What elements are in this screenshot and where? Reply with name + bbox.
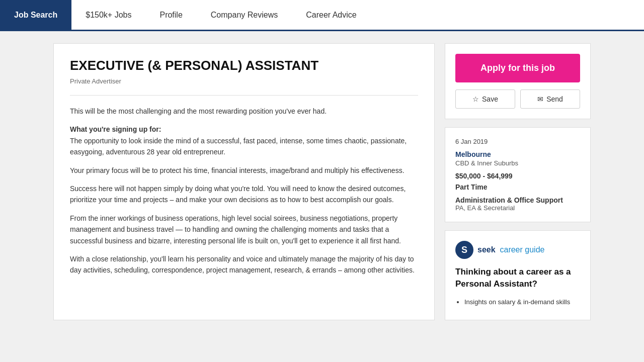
main-nav: Job Search $150k+ Jobs Profile Company R… [0, 0, 644, 31]
job-subcategory: PA, EA & Secretarial [455, 204, 580, 212]
send-button[interactable]: ✉ Send [520, 89, 580, 109]
job-section1: What you're signing up for: The opportun… [70, 124, 418, 157]
job-type: Part Time [455, 183, 580, 191]
star-icon: ☆ [472, 95, 479, 103]
nav-career-advice[interactable]: Career Advice [292, 0, 371, 30]
job-suburb: CBD & Inner Suburbs [455, 159, 580, 167]
apply-button[interactable]: Apply for this job [455, 54, 580, 82]
save-label: Save [482, 95, 498, 103]
job-category: Administration & Office Support [455, 196, 580, 204]
career-bullet-1: Insights on salary & in-demand skills [464, 297, 580, 307]
nav-profile[interactable]: Profile [145, 0, 196, 30]
career-bullets: Insights on salary & in-demand skills [455, 297, 580, 307]
action-row: ☆ Save ✉ Send [455, 89, 580, 109]
apply-card: Apply for this job ☆ Save ✉ Send [445, 43, 591, 119]
job-advertiser: Private Advertiser [70, 77, 418, 85]
save-button[interactable]: ☆ Save [455, 89, 515, 109]
job-body: This will be the most challenging and th… [70, 106, 418, 276]
job-section4: From the inner workings of business oper… [70, 213, 418, 246]
job-divider [70, 95, 418, 96]
job-title: EXECUTIVE (& PERSONAL) ASSISTANT [70, 58, 418, 73]
seek-logo-row: S seek career guide [455, 241, 580, 259]
send-label: Send [546, 95, 563, 103]
job-section3: Success here will not happen simply by d… [70, 183, 418, 206]
job-date: 6 Jan 2019 [455, 138, 580, 145]
nav-job-search[interactable]: Job Search [0, 0, 71, 30]
email-icon: ✉ [537, 95, 543, 103]
sidebar: Apply for this job ☆ Save ✉ Send 6 Jan 2… [445, 43, 591, 320]
seek-logo-icon: S [455, 241, 473, 259]
job-section1-body: The opportunity to look inside the mind … [70, 137, 407, 156]
career-guide-heading: Thinking about a career as a Personal As… [455, 266, 580, 290]
job-intro: This will be the most challenging and th… [70, 106, 418, 117]
nav-150k-jobs[interactable]: $150k+ Jobs [71, 0, 145, 30]
career-guide-card: S seek career guide Thinking about a car… [445, 230, 591, 320]
job-section2: Your primary focus will be to protect hi… [70, 165, 418, 176]
job-location: Melbourne [455, 150, 580, 158]
page-layout: EXECUTIVE (& PERSONAL) ASSISTANT Private… [45, 43, 599, 320]
seek-guide-label: career guide [500, 245, 544, 254]
job-section1-heading: What you're signing up for: [70, 125, 161, 133]
seek-brand: seek [477, 245, 496, 254]
job-section5: With a close relationship, you'll learn … [70, 253, 418, 276]
meta-card: 6 Jan 2019 Melbourne CBD & Inner Suburbs… [445, 127, 591, 222]
job-salary: $50,000 - $64,999 [455, 172, 580, 180]
seek-logo-text: seek career guide [477, 245, 544, 254]
nav-company-reviews[interactable]: Company Reviews [197, 0, 292, 30]
job-detail-panel: EXECUTIVE (& PERSONAL) ASSISTANT Private… [53, 43, 435, 320]
